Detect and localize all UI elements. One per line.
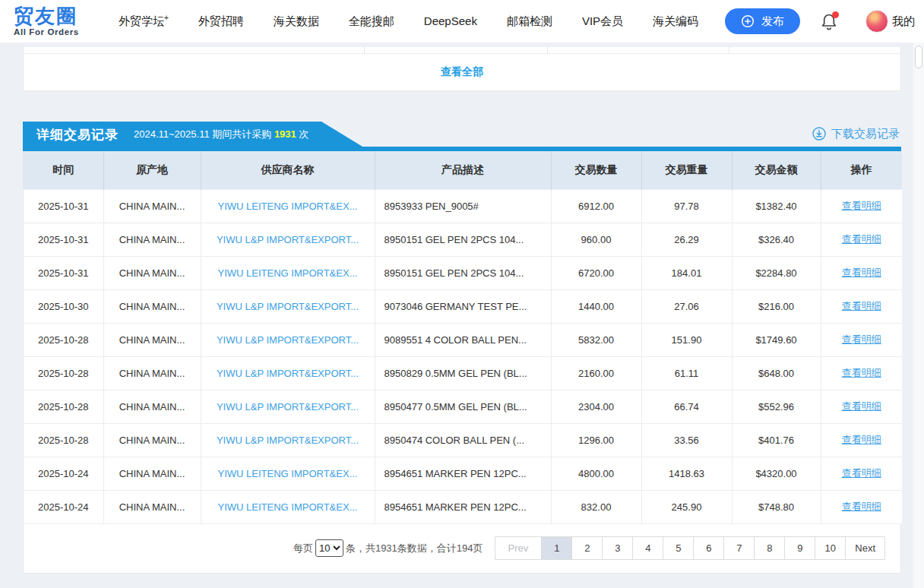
page-button[interactable]: 7 xyxy=(723,536,755,560)
action-cell: 查看明细 xyxy=(821,189,902,223)
supplier-link[interactable]: YIWU LEITENG IMPORT&EX... xyxy=(218,267,358,279)
amount-cell: $4320.00 xyxy=(732,457,821,490)
page-button[interactable]: 1 xyxy=(541,536,572,560)
nav-menu: 外贸学坛+ 外贸招聘 海关数据 全能搜邮 DeepSeek 邮箱检测 VIP会员… xyxy=(119,14,698,29)
origin-cell: CHINA MAIN... xyxy=(103,256,201,289)
view-detail-link[interactable]: 查看明细 xyxy=(842,267,881,278)
plus-circle-icon xyxy=(741,14,755,28)
nav-item[interactable]: VIP会员 xyxy=(582,14,623,29)
column-divider xyxy=(364,47,365,53)
table-row: 2025-10-31 CHINA MAIN... YIWU L&P IMPORT… xyxy=(24,223,902,256)
column-header: 操作 xyxy=(821,151,902,189)
column-divider xyxy=(547,47,548,53)
nav-item[interactable]: 海关编码 xyxy=(653,14,698,29)
supplier-link[interactable]: YIWU L&P IMPORT&EXPORT... xyxy=(217,234,359,245)
nav-item[interactable]: 外贸招聘 xyxy=(198,14,244,29)
view-detail-link[interactable]: 查看明细 xyxy=(842,467,881,479)
supplier-link[interactable]: YIWU L&P IMPORT&EXPORT... xyxy=(217,435,359,446)
publish-label: 发布 xyxy=(761,14,784,29)
product-cell: 8950829 0.5MM GEL PEN (BL... xyxy=(375,356,551,390)
pagination: Prev12345678910Next xyxy=(495,536,885,560)
supplier-link[interactable]: YIWU L&P IMPORT&EXPORT... xyxy=(217,368,359,379)
origin-cell: CHINA MAIN... xyxy=(103,390,201,423)
supplier-link[interactable]: YIWU LEITENG IMPORT&EX... xyxy=(218,468,358,479)
amount-cell: $2284.80 xyxy=(732,256,821,289)
page-button[interactable]: 6 xyxy=(693,536,724,560)
amount-cell: $1749.60 xyxy=(732,323,821,356)
nav-item[interactable]: 外贸学坛+ xyxy=(119,14,169,29)
page-button[interactable]: Next xyxy=(845,536,885,560)
column-header: 产品描述 xyxy=(375,151,551,189)
scrollbar-thumb[interactable] xyxy=(915,46,922,68)
weight-cell: 61.11 xyxy=(641,356,732,390)
view-detail-link[interactable]: 查看明细 xyxy=(842,400,881,412)
logo-title: 贸友圈 xyxy=(14,6,96,26)
supplier-link[interactable]: YIWU L&P IMPORT&EXPORT... xyxy=(217,401,359,413)
page-button[interactable]: 4 xyxy=(632,536,663,560)
page-button[interactable]: 2 xyxy=(571,536,603,560)
column-header: 交易重量 xyxy=(641,151,732,189)
amount-cell: $401.76 xyxy=(732,423,821,457)
page-button[interactable]: 3 xyxy=(602,536,633,560)
product-cell: 8950151 GEL PEN 2PCS 104... xyxy=(375,256,551,289)
nav-item[interactable]: 邮箱检测 xyxy=(507,14,552,29)
view-detail-link[interactable]: 查看明细 xyxy=(842,367,881,378)
column-header: 原产地 xyxy=(103,151,201,189)
supplier-cell: YIWU L&P IMPORT&EXPORT... xyxy=(201,223,375,256)
nav-item[interactable]: 海关数据 xyxy=(274,14,319,29)
action-cell: 查看明细 xyxy=(821,256,902,289)
table-row: 2025-10-28 CHINA MAIN... YIWU L&P IMPORT… xyxy=(24,423,902,457)
publish-button[interactable]: 发布 xyxy=(725,8,800,34)
view-detail-link[interactable]: 查看明细 xyxy=(842,200,881,211)
supplier-link[interactable]: YIWU LEITENG IMPORT&EX... xyxy=(218,201,358,212)
column-header: 交易数量 xyxy=(551,151,641,189)
supplier-link[interactable]: YIWU LEITENG IMPORT&EX... xyxy=(218,501,358,513)
page-button[interactable]: 5 xyxy=(663,536,694,560)
supplier-cell: YIWU L&P IMPORT&EXPORT... xyxy=(201,423,375,457)
view-detail-link[interactable]: 查看明细 xyxy=(842,233,881,245)
per-page-select[interactable]: 10 xyxy=(315,539,343,557)
page-button[interactable]: Prev xyxy=(495,536,543,560)
view-detail-link[interactable]: 查看明细 xyxy=(842,300,881,311)
section-subtitle: 2024.11~2025.11 期间共计采购 1931 次 xyxy=(134,128,309,141)
transactions-card: 时间原产地供应商名称产品描述交易数量交易重量交易金额操作 2025-10-31 … xyxy=(23,151,901,574)
quantity-cell: 960.00 xyxy=(551,223,641,256)
quantity-cell: 6912.00 xyxy=(551,189,641,223)
date-cell: 2025-10-28 xyxy=(24,323,103,356)
quantity-cell: 4800.00 xyxy=(551,457,641,490)
nav-right: 发布 我的 xyxy=(725,8,915,34)
scrollbar-track[interactable] xyxy=(913,43,924,588)
page-button[interactable]: 9 xyxy=(784,536,815,560)
nav-item[interactable]: 全能搜邮 xyxy=(349,14,394,29)
date-cell: 2025-10-24 xyxy=(24,457,103,490)
supplier-link[interactable]: YIWU L&P IMPORT&EXPORT... xyxy=(217,301,359,312)
download-records-link[interactable]: 下载交易记录 xyxy=(812,122,900,146)
origin-cell: CHINA MAIN... xyxy=(103,457,201,490)
supplier-cell: YIWU L&P IMPORT&EXPORT... xyxy=(201,356,375,390)
product-cell: 8950151 GEL PEN 2PCS 104... xyxy=(375,223,551,256)
supplier-link[interactable]: YIWU L&P IMPORT&EXPORT... xyxy=(217,334,359,346)
supplier-cell: YIWU LEITENG IMPORT&EX... xyxy=(201,457,375,490)
notification-bell-icon[interactable] xyxy=(820,11,838,31)
date-cell: 2025-10-30 xyxy=(24,289,103,323)
supplier-cell: YIWU L&P IMPORT&EXPORT... xyxy=(201,323,375,356)
view-detail-link[interactable]: 查看明细 xyxy=(842,334,881,345)
view-all-link[interactable]: 查看全部 xyxy=(441,65,483,79)
avatar[interactable] xyxy=(865,10,888,33)
page: 贸友圈 All For Orders 外贸学坛+ 外贸招聘 海关数据 全能搜邮 … xyxy=(0,0,924,588)
origin-cell: CHINA MAIN... xyxy=(103,356,201,390)
view-detail-link[interactable]: 查看明细 xyxy=(842,501,881,512)
table-footer: 每页 10 条，共1931条数据，合计194页 Prev12345678910N… xyxy=(24,524,900,573)
product-cell: 8954651 MARKER PEN 12PC... xyxy=(375,490,551,523)
amount-cell: $748.80 xyxy=(732,490,821,523)
logo[interactable]: 贸友圈 All For Orders xyxy=(14,6,96,36)
date-cell: 2025-10-28 xyxy=(24,423,103,457)
profile-link[interactable]: 我的 xyxy=(892,14,915,29)
product-cell: 9073046 GERMANY TEST PE... xyxy=(375,289,551,323)
page-button[interactable]: 10 xyxy=(815,536,846,560)
amount-cell: $1382.40 xyxy=(732,189,821,223)
date-cell: 2025-10-31 xyxy=(24,189,103,223)
nav-item[interactable]: DeepSeek xyxy=(424,14,477,29)
view-detail-link[interactable]: 查看明细 xyxy=(842,434,881,445)
page-button[interactable]: 8 xyxy=(754,536,785,560)
